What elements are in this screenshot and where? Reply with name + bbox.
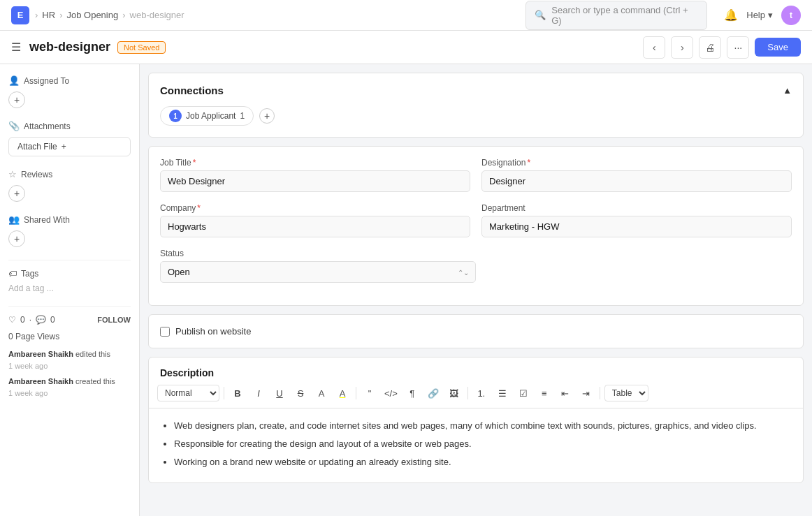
follow-button[interactable]: FOLLOW [97, 316, 131, 324]
assigned-to-add-button[interactable]: + [8, 91, 25, 108]
status-select-wrapper: Open Closed On Hold [160, 261, 476, 283]
attach-plus-icon: + [61, 142, 66, 152]
text-style-select[interactable]: Normal Heading 1 Heading 2 [157, 385, 219, 401]
nav-search[interactable]: 🔍 Search or type a command (Ctrl + G) [525, 1, 707, 30]
unordered-list-button[interactable]: ☰ [493, 384, 512, 402]
search-placeholder: Search or type a command (Ctrl + G) [551, 5, 698, 26]
breadcrumb-job-opening[interactable]: Job Opening [66, 10, 118, 20]
breadcrumb-hr[interactable]: HR [42, 10, 55, 20]
department-input[interactable] [481, 216, 792, 237]
attachments-section: 📎 Attachments Attach File + [8, 121, 131, 156]
paragraph-button[interactable]: ¶ [403, 384, 421, 402]
job-applicant-tag[interactable]: 1 Job Applicant 1 [160, 106, 254, 126]
search-icon: 🔍 [535, 10, 546, 20]
highlight-button[interactable]: A [333, 384, 351, 402]
tag-icon: 🏷 [8, 269, 17, 279]
designation-field: Designation* [481, 158, 792, 192]
shared-with-label: 👥 Shared With [8, 214, 131, 225]
desc-item-2: Responsible for creating the design and … [174, 436, 792, 452]
activity2-user: Ambareen Shaikh [8, 377, 73, 385]
form-card: Job Title* Designation* Company* [148, 146, 804, 306]
layout: 👤 Assigned To + 📎 Attachments Attach Fil… [0, 64, 812, 516]
blockquote-button[interactable]: " [361, 384, 379, 402]
toolbar-divider-4 [600, 387, 600, 399]
help-button[interactable]: Help ▾ [746, 10, 773, 20]
hamburger-icon[interactable]: ☰ [11, 40, 21, 54]
reviews-add-button[interactable]: + [8, 185, 25, 202]
chevron-down-icon: ▾ [768, 10, 773, 20]
heart-icon[interactable]: ♡ [8, 315, 16, 325]
activity-create: Ambareen Shaikh created this 1 week ago [8, 376, 131, 399]
sidebar-footer: ♡ 0 · 💬 0 FOLLOW 0 Page Views Ambareen S… [8, 306, 131, 399]
connections-collapse-icon[interactable]: ▲ [783, 85, 792, 96]
reviews-label: ☆ Reviews [8, 169, 131, 179]
conn-tags-row: 1 Job Applicant 1 + [160, 106, 792, 126]
activity1-user: Ambareen Shaikh [8, 350, 73, 358]
activity-edit: Ambareen Shaikh edited this 1 week ago [8, 348, 131, 371]
shared-with-add-button[interactable]: + [8, 230, 25, 247]
ordered-list-button[interactable]: 1. [472, 384, 491, 402]
star-icon: ☆ [8, 169, 17, 179]
align-left-button[interactable]: ≡ [535, 384, 553, 402]
indent-right-button[interactable]: ⇥ [577, 384, 595, 402]
job-title-input[interactable] [160, 170, 470, 192]
connections-card: Connections ▲ 1 Job Applicant 1 + [148, 73, 804, 138]
publish-label: Publish on website [175, 326, 251, 337]
link-button[interactable]: 🔗 [424, 384, 442, 402]
company-label: Company* [160, 203, 470, 213]
company-input[interactable] [160, 216, 470, 237]
strikethrough-button[interactable]: S [291, 384, 310, 402]
page-views: 0 Page Views [8, 332, 131, 341]
description-toolbar: Normal Heading 1 Heading 2 B I U S A A "… [149, 378, 803, 408]
job-title-label: Job Title* [160, 158, 470, 168]
likes-count: 0 [20, 315, 25, 325]
designation-input[interactable] [481, 170, 792, 192]
main-content: Connections ▲ 1 Job Applicant 1 + Job Ti… [140, 64, 812, 516]
table-select[interactable]: Table [604, 385, 648, 401]
toolbar-divider-1 [224, 387, 224, 399]
toolbar-divider-2 [356, 387, 356, 399]
publish-checkbox[interactable] [160, 327, 170, 337]
bold-button[interactable]: B [229, 384, 247, 402]
assigned-to-section: 👤 Assigned To + [8, 75, 131, 108]
prev-button[interactable]: ‹ [643, 36, 665, 59]
underline-button[interactable]: U [270, 384, 289, 402]
image-button[interactable]: 🖼 [445, 384, 463, 402]
avatar[interactable]: t [781, 6, 801, 25]
help-label: Help [746, 10, 765, 20]
italic-button[interactable]: I [249, 384, 268, 402]
attach-file-button[interactable]: Attach File + [8, 137, 131, 156]
font-color-button[interactable]: A [312, 384, 331, 402]
status-field: Status Open Closed On Hold [160, 249, 476, 283]
like-row: ♡ 0 · 💬 0 FOLLOW [8, 315, 131, 325]
comments-count: 0 [50, 315, 55, 325]
reviews-section: ☆ Reviews + [8, 169, 131, 202]
connections-header: Connections ▲ [160, 84, 792, 96]
job-applicant-icon-num: 1 [169, 110, 182, 122]
indent-left-button[interactable]: ⇤ [556, 384, 574, 402]
breadcrumb-current: web-designer [130, 10, 184, 20]
shared-with-section: 👥 Shared With + [8, 214, 131, 247]
code-button[interactable]: </> [382, 384, 400, 402]
breadcrumb: › HR › Job Opening › web-designer [35, 10, 184, 20]
page-title: web-designer [29, 40, 110, 54]
sidebar: 👤 Assigned To + 📎 Attachments Attach Fil… [0, 64, 140, 516]
job-applicant-label: Job Applicant [186, 111, 235, 121]
status-select[interactable]: Open Closed On Hold [160, 261, 476, 283]
next-button[interactable]: › [671, 36, 693, 59]
app-icon[interactable]: E [11, 6, 29, 24]
activity1-time: 1 week ago [8, 360, 131, 372]
save-button[interactable]: Save [755, 38, 801, 57]
publish-card: Publish on website [148, 314, 804, 348]
add-connection-button[interactable]: + [259, 108, 275, 124]
comment-icon[interactable]: 💬 [36, 315, 46, 325]
print-button[interactable]: 🖨 [699, 36, 721, 59]
add-tag-text[interactable]: Add a tag ... [8, 283, 54, 293]
more-options-button[interactable]: ··· [727, 36, 749, 59]
sidebar-divider [8, 260, 131, 260]
form-grid-1: Job Title* Designation* Company* [160, 158, 792, 237]
tags-section: 🏷 Tags Add a tag ... [8, 269, 131, 293]
department-label: Department [481, 203, 792, 213]
bell-icon[interactable]: 🔔 [724, 8, 738, 22]
checklist-button[interactable]: ☑ [514, 384, 532, 402]
